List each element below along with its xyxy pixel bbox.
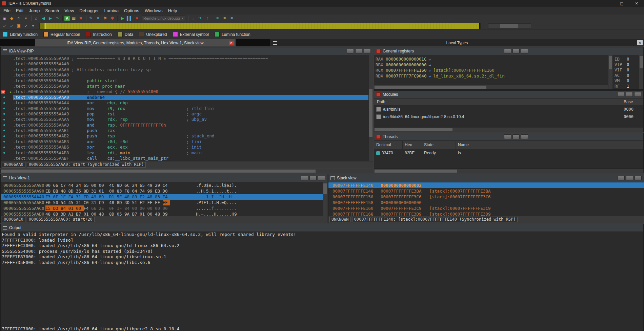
hex-byte[interactable]: 00 <box>91 182 99 188</box>
disasm-line[interactable]: .text:000055555555AAA0 ; ===============… <box>1 56 373 61</box>
disasm-line[interactable]: .text:000055555555AAA0 public start <box>1 78 373 84</box>
hex-byte[interactable]: F3 <box>45 194 53 200</box>
disasm-line[interactable]: .text:000055555555AAA6 mov r9, rdx ; rtl… <box>1 106 373 111</box>
panel-button[interactable] <box>347 49 354 53</box>
hex-byte[interactable]: 00 <box>147 205 155 211</box>
hex-byte[interactable]: C9 <box>99 200 107 205</box>
stack-row[interactable]: 00007FFFFFFFE16000007FFFFFFFE3C9[stack]:… <box>328 205 644 211</box>
panel-button[interactable] <box>318 176 325 180</box>
stop-process-icon[interactable]: ■ <box>134 15 140 22</box>
hex-byte[interactable]: 31 <box>76 194 84 200</box>
table-row[interactable]: 3347082BEReadyls <box>374 149 643 157</box>
register-row[interactable]: RDX00007FFFF7FC9040↵ld_linux_x86_64.so.2… <box>374 73 608 79</box>
hex-byte[interactable]: 1F <box>117 205 125 211</box>
breakpoint-list-icon[interactable]: ≡ <box>95 15 101 22</box>
column-header-decimal[interactable]: Decimal <box>374 141 403 149</box>
hex-byte[interactable]: 8D <box>117 200 125 205</box>
panel-button[interactable] <box>504 134 511 139</box>
hex-byte[interactable]: 00 <box>45 182 53 188</box>
disasm-line[interactable]: .text:000055555555AAB3 xor r8d, r8d ; fi… <box>1 139 373 145</box>
stack-rows[interactable]: 00007FFFFFFFE140000000000000000200007FFF… <box>328 182 644 216</box>
scrollbar-thumb[interactable] <box>323 183 327 194</box>
call-stack-icon[interactable]: ≡ <box>214 15 221 22</box>
disasm-line[interactable]: .text:000055555555AAA0 <box>1 61 373 67</box>
scrollbar-thumb[interactable] <box>375 86 486 89</box>
disasm-line[interactable]: .text:000055555555AAAA mov rdx, rsp ; ub… <box>1 117 373 122</box>
segments-list-icon[interactable]: ≡ <box>228 15 235 22</box>
disasm-line[interactable]: .text:000055555555AAA9 pop rsi ; argc <box>1 111 373 117</box>
hex-byte[interactable]: D0 <box>163 188 170 194</box>
scrollbar-thumb[interactable] <box>375 128 452 131</box>
disasm-line[interactable]: .text:000055555555AAA4 xor ebp, ebp <box>1 100 373 106</box>
hex-byte[interactable]: 8D <box>109 211 117 216</box>
menu-search[interactable]: Search <box>42 7 62 14</box>
panel-button[interactable] <box>504 49 511 53</box>
layers-icon[interactable]: ▣ <box>1 15 8 22</box>
follow-value-icon[interactable]: ↵ <box>428 62 431 68</box>
hex-byte[interactable]: 8D <box>84 188 92 194</box>
hex-byte[interactable]: 01 <box>99 188 107 194</box>
close-tab-icon[interactable]: ✕ <box>229 41 234 45</box>
nav-back-icon[interactable]: ◀ <box>40 15 46 22</box>
step-over-icon[interactable]: ↷ <box>197 15 203 22</box>
column-header-state[interactable]: State <box>422 141 456 149</box>
close-local-types-icon[interactable]: ✕ <box>637 40 643 45</box>
panel-button[interactable] <box>355 49 362 53</box>
hex-byte[interactable]: 29 <box>155 182 163 188</box>
hex-byte[interactable]: 66 <box>53 182 61 188</box>
panel-button[interactable] <box>521 134 528 139</box>
hex-byte[interactable]: F4 <box>84 205 92 211</box>
hex-byte[interactable]: C0 <box>84 200 92 205</box>
hex-byte[interactable]: 5E <box>117 194 125 200</box>
disasm-line[interactable]: .text:000055555555AAA0 <box>1 72 373 78</box>
hex-view-title-bar[interactable]: Hex View-1 <box>1 174 327 182</box>
jump-icon[interactable]: ↷ <box>54 15 61 22</box>
menu-options[interactable]: Options <box>121 7 142 14</box>
hex-dump[interactable]: 000055555555AA800066C744246500004C8D6C24… <box>1 182 327 216</box>
hex-byte[interactable]: 74 <box>140 188 147 194</box>
hex-byte[interactable]: 51 <box>132 200 140 205</box>
script-icon[interactable]: ✎ <box>88 15 94 22</box>
hex-byte[interactable]: 83 <box>117 188 125 194</box>
hex-byte[interactable]: 01 <box>140 211 147 216</box>
flag-row[interactable]: RF1 <box>612 84 639 89</box>
hex-byte[interactable]: 1E <box>61 194 68 200</box>
hex-byte[interactable]: 01 <box>84 211 92 216</box>
stack-row[interactable]: 00007FFFFFFFE15000007FFFFFFFE3C6[stack]:… <box>328 194 644 200</box>
column-header-path[interactable]: Path <box>374 100 622 104</box>
hex-byte[interactable]: B7 <box>76 211 84 216</box>
panel-button[interactable] <box>617 92 624 97</box>
hex-byte[interactable]: B4 <box>61 205 68 211</box>
hex-byte[interactable]: 00 <box>155 205 163 211</box>
panel-button[interactable] <box>626 92 633 97</box>
scrollbar-thumb[interactable] <box>369 89 373 137</box>
register-row[interactable]: RCX00007FFFFFFFE160↵[stack]:00007FFFFFFF… <box>374 68 608 73</box>
menu-windows[interactable]: Windows <box>142 7 165 14</box>
database-icon[interactable]: ◆ <box>8 15 15 22</box>
hex-byte[interactable]: 4C <box>109 182 117 188</box>
hex-byte[interactable]: 9A <box>124 211 132 216</box>
flags-vscrollbar[interactable] <box>639 55 643 89</box>
breakpoint-dot[interactable] <box>3 102 5 104</box>
hex-byte[interactable]: 31 <box>91 200 99 205</box>
run-until-return-icon[interactable]: ↑ <box>204 15 210 22</box>
hex-byte[interactable]: 04 <box>132 188 140 194</box>
stack-row[interactable]: 00007FFFFFFFE1580000000000000000 <box>328 200 644 205</box>
hex-byte[interactable]: 99 <box>147 188 155 194</box>
stack-row[interactable]: 00007FFFFFFFE16800007FFFFFFFE3D9[stack]:… <box>328 211 644 216</box>
watch-flag-icon[interactable]: ⚑ <box>102 15 108 22</box>
disasm-line[interactable]: .text:000055555555AAAD and rsp, 0FFFFFFF… <box>1 123 373 128</box>
menu-help[interactable]: Help <box>165 7 180 14</box>
threads-hscrollbar[interactable] <box>374 169 644 173</box>
ida-view-hscrollbar[interactable] <box>0 169 373 173</box>
column-header-hex[interactable]: Hex <box>403 141 422 149</box>
breakpoint-dot[interactable] <box>3 135 5 137</box>
hex-row[interactable]: 000055555555AAD0488D3DA1B70100488D059AB7… <box>1 211 327 216</box>
scrollbar-thumb[interactable] <box>375 170 457 173</box>
hex-byte[interactable]: 8D <box>117 182 125 188</box>
hex-byte[interactable]: 8D <box>53 211 61 216</box>
hex-byte[interactable]: EB <box>155 188 163 194</box>
hex-byte[interactable]: 15 <box>45 205 53 211</box>
panel-button[interactable] <box>521 49 528 53</box>
table-row[interactable]: /usr/lib/x86_64-linux-gnu/libpcre2-8.so.… <box>374 113 643 120</box>
